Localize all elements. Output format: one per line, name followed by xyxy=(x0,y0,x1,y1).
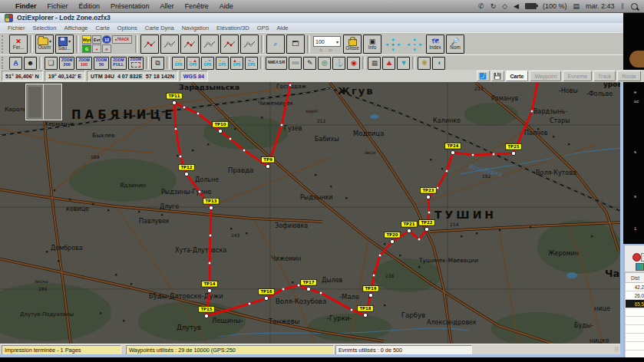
track-point[interactable] xyxy=(209,262,211,265)
track-point[interactable] xyxy=(437,187,439,189)
elevation-profile-button[interactable]: ⛰ xyxy=(382,57,395,70)
track-point[interactable] xyxy=(281,124,283,127)
drag-lock-button[interactable]: Glisse xyxy=(343,35,362,54)
track-point[interactable] xyxy=(298,285,300,287)
track-tool-5[interactable] xyxy=(220,35,239,54)
menu-fichier[interactable]: Fichier xyxy=(8,25,25,31)
track-point[interactable] xyxy=(199,191,201,193)
menu-navigation[interactable]: Navigation xyxy=(182,25,209,31)
menu-clock[interactable]: mar. 2:43 xyxy=(586,2,615,10)
info-button[interactable]: ▣ Info xyxy=(363,35,381,54)
marine-button[interactable]: ◖ xyxy=(432,57,445,70)
tab-évneme[interactable]: Évneme xyxy=(563,71,592,81)
toggle-position-icon[interactable]: 12 xyxy=(102,35,111,44)
map-view-button[interactable]: 🗔 xyxy=(286,35,305,54)
waypoint-tp14[interactable] xyxy=(207,288,211,292)
toggle-waypoints[interactable]: Wpt xyxy=(82,35,91,44)
track-point[interactable] xyxy=(493,153,495,156)
display-icon[interactable]: ▤ xyxy=(573,2,580,10)
track-point[interactable] xyxy=(418,239,421,241)
image-button[interactable]: ▦ xyxy=(368,57,381,70)
macos-menu-aller[interactable]: Aller xyxy=(160,2,174,10)
menu-gps[interactable]: GPS xyxy=(257,25,269,31)
cascade-windows-button[interactable]: ❏ xyxy=(45,57,58,70)
menu-carte[interactable]: Carte xyxy=(96,25,110,31)
track-tool-1[interactable] xyxy=(140,35,159,54)
track-point[interactable] xyxy=(320,292,322,295)
save-file-button[interactable]: ▾ Sau... xyxy=(55,35,74,54)
waypoint-tp11[interactable] xyxy=(172,100,176,104)
name-search-button[interactable]: 🔎 Nom xyxy=(446,35,464,54)
tab-track[interactable]: Track xyxy=(593,71,616,81)
toggle-events[interactable]: Evt xyxy=(92,35,101,44)
zoom-preset-100[interactable]: ZOOM100 xyxy=(76,57,91,70)
pan-arrows-page[interactable]: ▲ ◄▪► ▼ xyxy=(405,36,424,52)
position-target-button[interactable]: ◎ xyxy=(318,57,331,70)
send-to-gps-events[interactable]: ▲→GPS xyxy=(230,57,243,70)
save-position-button[interactable]: 💾 xyxy=(491,71,504,81)
pan-arrows[interactable]: ▲ ◄●► ▼ xyxy=(384,36,402,52)
toggle-track[interactable]: ●TRACK xyxy=(112,35,132,44)
close-map-button[interactable]: ✕ Fer... xyxy=(9,35,28,54)
zoom-preset-full[interactable]: ZOOMFULL xyxy=(111,57,126,70)
track-point[interactable] xyxy=(531,110,533,113)
magnify-button[interactable]: ⌕ xyxy=(266,35,285,54)
pan-right-icon[interactable]: ► xyxy=(418,42,423,47)
pushpin-button[interactable]: ▼ xyxy=(397,57,410,70)
track-tool-2[interactable] xyxy=(160,35,179,54)
send-to-gps-tracks[interactable]: ≈→GPS xyxy=(245,57,258,70)
zoom-preset-200[interactable]: ZOOM200 xyxy=(59,57,74,70)
distance-row[interactable]: 42,2 xyxy=(626,283,644,291)
phone-icon[interactable]: ✆ xyxy=(478,2,484,10)
menu-aide[interactable]: Aide xyxy=(276,25,288,31)
battery-icon[interactable] xyxy=(525,3,537,9)
macos-menu-fenêtre[interactable]: Fenêtre xyxy=(185,2,209,10)
track-point[interactable] xyxy=(373,275,375,277)
track-point[interactable] xyxy=(249,303,251,305)
waypoint-tp23[interactable] xyxy=(426,195,430,199)
pan-left-icon[interactable]: ◄ xyxy=(406,42,411,47)
nmea-button[interactable]: NMEA S/R xyxy=(266,57,287,70)
dual-screen-button[interactable]: ⧉ xyxy=(151,57,164,70)
distance-row[interactable]: 26,0 xyxy=(626,291,644,300)
macos-menu-édition[interactable]: Édition xyxy=(79,2,101,10)
pan-down-icon[interactable]: ▼ xyxy=(391,48,395,52)
tab-carte[interactable]: Carte xyxy=(506,71,529,81)
waypoint-tp18[interactable] xyxy=(363,313,367,317)
window-titlebar[interactable]: OziExplorer - Lodz Zone.ozfx3 xyxy=(0,12,623,24)
waypoint-tp10[interactable] xyxy=(218,129,222,133)
toggle-grid[interactable]: G xyxy=(82,44,91,53)
track-point[interactable] xyxy=(243,150,246,152)
get-from-gps-events[interactable]: ←▲GPS xyxy=(187,57,200,70)
topo-map[interactable]: ПАБЯНИЦЕЗарадзыньскаГосподажЖгувЧижемине… xyxy=(0,82,620,344)
map-overview-inset[interactable] xyxy=(25,84,62,120)
anchor-alarm-button[interactable]: ⚓ xyxy=(332,57,345,70)
tab-waypoint[interactable]: Waypoint xyxy=(530,71,561,81)
track-point[interactable] xyxy=(180,156,182,158)
shape-icon[interactable]: ◇ xyxy=(502,2,507,10)
globe-icon[interactable] xyxy=(636,263,644,271)
track-point[interactable] xyxy=(197,113,200,115)
menu-carte-dyna[interactable]: Carte Dyna xyxy=(145,25,174,31)
distance-row[interactable]: 65,5 xyxy=(626,300,644,308)
name-list-button[interactable]: A̲ xyxy=(9,57,22,70)
track-point[interactable] xyxy=(289,84,292,87)
waypoint-tp21[interactable] xyxy=(407,229,411,232)
toolbar-grip[interactable] xyxy=(2,35,7,53)
track-point[interactable] xyxy=(175,128,177,130)
user-check-button[interactable]: ☻ xyxy=(24,57,37,70)
man-overboard-button[interactable]: ◉ xyxy=(347,57,360,70)
waypoint-tp25[interactable] xyxy=(511,151,515,155)
menu-affichage[interactable]: Affichage xyxy=(64,25,88,31)
record-button[interactable] xyxy=(632,253,641,262)
track-point[interactable] xyxy=(446,170,448,173)
waypoint-tp12[interactable] xyxy=(184,172,188,176)
track-point[interactable] xyxy=(351,309,353,311)
waypoint-tp24[interactable] xyxy=(451,150,454,154)
track-point[interactable] xyxy=(428,212,431,214)
open-file-button[interactable]: ▾ Ouvrir xyxy=(35,35,54,54)
get-from-gps-waypoints[interactable]: ←●GPS xyxy=(172,57,185,70)
waypoint-tp16[interactable] xyxy=(264,296,268,300)
macos-menu-aide[interactable]: Aide xyxy=(220,2,233,10)
track-point[interactable] xyxy=(472,154,474,156)
